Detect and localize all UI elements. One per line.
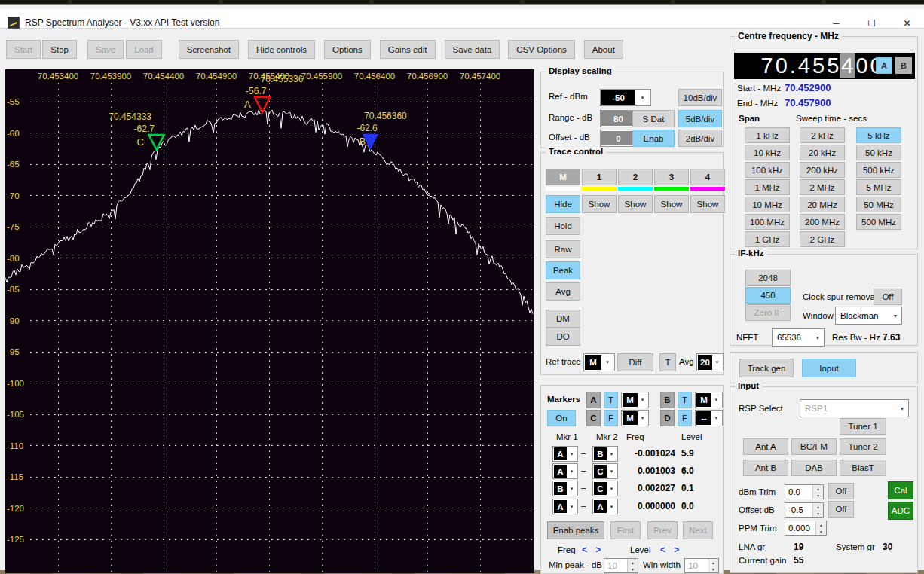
trace-2-header-button[interactable]: 2 bbox=[618, 169, 653, 185]
ppm-trim-arrows[interactable]: ▲▼ bbox=[815, 521, 826, 535]
span-500-khz-button[interactable]: 500 kHz bbox=[856, 162, 901, 178]
marker-c-track-fix-button[interactable]: F bbox=[604, 410, 618, 426]
mkr1-select-row3-arrow-icon[interactable]: ▾ bbox=[567, 482, 577, 495]
span-100-mhz-button[interactable]: 100 MHz bbox=[745, 214, 790, 230]
centre-frequency-display[interactable]: 70.455400 A B bbox=[734, 53, 915, 79]
min-peak-spinner[interactable]: 10 ▲▼ bbox=[604, 558, 638, 573]
offset-trim-spinner[interactable]: -0.5 ▲▼ bbox=[785, 502, 824, 518]
span-50-khz-button[interactable]: 50 kHz bbox=[856, 145, 901, 160]
mkr1-select-row4-arrow-icon[interactable]: ▾ bbox=[567, 500, 577, 513]
span-5-mhz-button[interactable]: 5 MHz bbox=[856, 179, 901, 195]
ref-dbm-dropdown-arrow-icon[interactable]: ▾ bbox=[635, 90, 650, 105]
window-dropdown-arrow-icon[interactable]: ▼ bbox=[889, 313, 901, 319]
rsp-select[interactable]: RSP1 ▼ bbox=[800, 399, 909, 417]
mkr2-select-row4-arrow-icon[interactable]: ▾ bbox=[607, 500, 617, 513]
spinner-down-icon[interactable]: ▼ bbox=[813, 492, 823, 499]
mkr1-select-row1[interactable]: A▾ bbox=[552, 446, 578, 462]
span-2-mhz-button[interactable]: 2 MHz bbox=[800, 179, 845, 195]
enab-peaks-button[interactable]: Enab peaks bbox=[547, 521, 604, 539]
span-2-khz-button[interactable]: 2 kHz bbox=[800, 127, 845, 143]
first-peak-button[interactable]: First bbox=[610, 521, 641, 539]
marker-b-button[interactable]: B bbox=[660, 392, 675, 408]
span-10-khz-button[interactable]: 10 kHz bbox=[745, 145, 790, 160]
input-tab-button[interactable]: Input bbox=[802, 359, 856, 377]
span-200-khz-button[interactable]: 200 kHz bbox=[800, 162, 845, 178]
frequency-digit-3[interactable]: 4 bbox=[797, 53, 811, 78]
marker-A-triangle-icon[interactable] bbox=[255, 97, 270, 112]
nfft-dropdown-arrow-icon[interactable]: ▼ bbox=[812, 335, 824, 340]
dab-button[interactable]: DAB bbox=[791, 460, 837, 476]
marker-c-trace-select-arrow-icon[interactable]: ▾ bbox=[638, 411, 647, 425]
vfo-b-button[interactable]: B bbox=[895, 57, 912, 74]
spinner-up-icon[interactable]: ▲ bbox=[813, 485, 823, 492]
span-5-khz-button[interactable]: 5 kHz bbox=[856, 127, 901, 143]
mkr1-select-row2-arrow-icon[interactable]: ▾ bbox=[567, 465, 577, 478]
tuner-1-button[interactable]: Tuner 1 bbox=[840, 418, 886, 435]
trace-4-header-button[interactable]: 4 bbox=[690, 169, 725, 185]
frequency-digit-0[interactable]: 7 bbox=[760, 53, 774, 78]
trace-3-show-button[interactable]: Show bbox=[654, 195, 689, 213]
trace-dm-button[interactable]: DM bbox=[546, 310, 580, 328]
biast-button[interactable]: BiasT bbox=[840, 460, 886, 476]
marker-a-button[interactable]: A bbox=[586, 392, 601, 408]
marker-b-track-fix-button[interactable]: T bbox=[678, 392, 692, 408]
marker-c-trace-select[interactable]: M▾ bbox=[621, 410, 649, 426]
spinner-down-icon[interactable]: ▼ bbox=[816, 528, 826, 535]
freq-nav-arrows[interactable]: < > bbox=[582, 545, 604, 555]
mkr2-select-row3[interactable]: C▾ bbox=[592, 481, 618, 496]
s-dat-button[interactable]: S Dat bbox=[632, 110, 675, 127]
span-2-ghz-button[interactable]: 2 GHz bbox=[800, 231, 845, 247]
trace-1-header-button[interactable]: 1 bbox=[582, 169, 617, 185]
level-nav-arrows[interactable]: < > bbox=[660, 545, 682, 555]
trace-peak-button[interactable]: Peak bbox=[546, 261, 580, 279]
diff-button[interactable]: Diff bbox=[617, 353, 653, 371]
marker-b-trace-select[interactable]: M▾ bbox=[695, 392, 723, 408]
marker-c-button[interactable]: C bbox=[586, 410, 601, 426]
dbm-trim-off-button[interactable]: Off bbox=[828, 483, 854, 499]
spinner-down-icon[interactable]: ▼ bbox=[708, 566, 718, 572]
trace-4-show-button[interactable]: Show bbox=[690, 195, 725, 213]
ref-trace-dropdown-arrow-icon[interactable]: ▾ bbox=[601, 355, 613, 370]
marker-a-track-fix-button[interactable]: T bbox=[604, 392, 618, 408]
spinner-down-icon[interactable]: ▼ bbox=[628, 566, 638, 572]
cal-button[interactable]: Cal bbox=[888, 481, 913, 499]
spinner-up-icon[interactable]: ▲ bbox=[628, 559, 638, 566]
avg-count-select[interactable]: 20 ▾ bbox=[696, 353, 724, 371]
next-peak-button[interactable]: Next bbox=[683, 521, 713, 539]
toolbar-button-stop[interactable]: Stop bbox=[42, 40, 77, 59]
marker-d-trace-select-arrow-icon[interactable]: ▾ bbox=[711, 411, 721, 425]
frequency-digit-5[interactable]: 5 bbox=[826, 53, 840, 78]
marker-a-trace-select-arrow-icon[interactable]: ▾ bbox=[638, 393, 647, 407]
toolbar-button-hide-controls[interactable]: Hide controls bbox=[248, 40, 315, 59]
dbm-trim-spinner[interactable]: 0.0 ▲▼ bbox=[785, 484, 824, 499]
toolbar-button-gains-edit[interactable]: Gains edit bbox=[380, 40, 436, 59]
close-button[interactable]: ✕ bbox=[890, 14, 924, 32]
window-select[interactable]: Blackman ▼ bbox=[835, 307, 902, 325]
trace-hold-button[interactable]: Hold bbox=[546, 217, 580, 235]
rsp-select-dropdown-arrow-icon[interactable]: ▼ bbox=[896, 406, 908, 411]
win-width-spinner-arrows[interactable]: ▲▼ bbox=[708, 559, 718, 572]
vfo-a-button[interactable]: A bbox=[876, 57, 892, 74]
span-100-khz-button[interactable]: 100 kHz bbox=[745, 162, 790, 178]
trace-2-show-button[interactable]: Show bbox=[618, 195, 653, 213]
win-width-spinner[interactable]: 10 ▲▼ bbox=[684, 558, 719, 573]
mkr1-select-row4[interactable]: A▾ bbox=[552, 499, 578, 514]
ant-b-button[interactable]: Ant B bbox=[743, 460, 788, 476]
mkr2-select-row2[interactable]: C▾ bbox=[592, 463, 618, 479]
offset-trim-arrows[interactable]: ▲▼ bbox=[812, 503, 823, 517]
span-500-mhz-button[interactable]: 500 MHz bbox=[856, 214, 901, 230]
10db-div-button[interactable]: 10dB/div bbox=[678, 89, 722, 106]
trace-m-header-button[interactable]: M bbox=[546, 169, 580, 185]
mkr2-select-row1-arrow-icon[interactable]: ▾ bbox=[607, 447, 617, 460]
track-gen-button[interactable]: Track gen bbox=[739, 359, 794, 377]
markers-on-button[interactable]: On bbox=[547, 410, 576, 426]
offset-off-button[interactable]: Off bbox=[828, 501, 854, 518]
adc-button[interactable]: ADC bbox=[888, 502, 913, 520]
toolbar-button-save-data[interactable]: Save data bbox=[445, 40, 500, 59]
mkr2-select-row3-arrow-icon[interactable]: ▾ bbox=[607, 482, 617, 495]
toolbar-button-about[interactable]: About bbox=[584, 40, 623, 59]
spinner-up-icon[interactable]: ▲ bbox=[708, 559, 718, 566]
span-50-mhz-button[interactable]: 50 MHz bbox=[856, 197, 901, 212]
enab-button[interactable]: Enab bbox=[632, 130, 675, 147]
marker-C-triangle-icon[interactable] bbox=[149, 135, 164, 150]
